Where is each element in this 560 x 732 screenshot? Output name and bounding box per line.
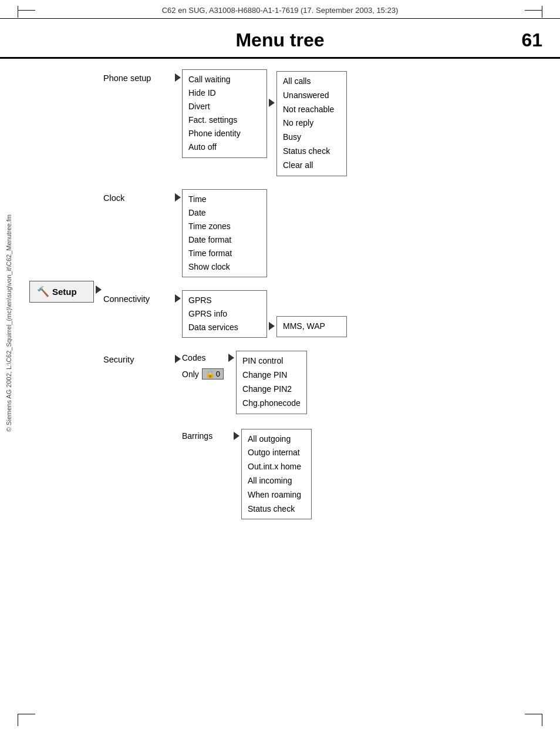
arrow-l1-l2-phonesetup <box>175 73 181 82</box>
l3-item-whenroaming: When roaming <box>248 488 305 502</box>
arrow-l2-l3-barrings <box>234 432 239 440</box>
only-box: 🔒0 <box>202 368 224 380</box>
l3-codes-box: PIN control Change PIN Change PIN2 Chg.p… <box>236 351 307 414</box>
l3-item-notreachable: Not reachable <box>283 103 340 117</box>
l2-item-factsettings: Fact. settings <box>188 113 261 127</box>
arrow-l2-l3-dataservices <box>269 322 275 330</box>
l2-item-dateformat: Date format <box>188 233 261 247</box>
footer-line-right <box>525 714 542 714</box>
l3-item-unanswered: Unanswered <box>283 89 340 103</box>
arrow-l0-l1 <box>96 286 102 294</box>
l3-item-changepin: Change PIN <box>242 368 301 382</box>
l3-item-clearall: Clear all <box>283 159 340 173</box>
header-line-left <box>18 10 35 11</box>
l3-item-noreply: No reply <box>283 116 340 130</box>
l1-clock-label: Clock <box>103 189 174 203</box>
l2-barrings-label: Barrings <box>182 429 229 441</box>
l3-item-changepin2: Change PIN2 <box>242 382 301 397</box>
l3-divert-box: All calls Unanswered Not reachable No re… <box>276 71 347 176</box>
corner-mark-top-right <box>542 6 542 18</box>
l3-item-outgointernat: Outgo internat <box>248 446 305 460</box>
setup-box: 🔨 Setup <box>29 281 94 303</box>
header-bar: C62 en SUG, A31008-H6880-A1-1-7619 (17. … <box>0 0 560 19</box>
l2-item-showclock: Show clock <box>188 260 261 274</box>
l1-clock-row: Clock Time Date Time zones Date format T… <box>103 189 347 278</box>
l1-connectivity-label: Connectivity <box>103 290 174 304</box>
l3-item-allcalls: All calls <box>283 75 340 89</box>
arrow-l2-l3-codes <box>228 354 234 362</box>
header-meta: C62 en SUG, A31008-H6880-A1-1-7619 (17. … <box>162 6 399 15</box>
l2-item-gprs: GPRS <box>188 294 261 307</box>
l2-item-dataservices: Data services <box>188 321 261 334</box>
l2-connectivity-box: GPRS GPRS info Data services <box>182 290 267 338</box>
l3-item-outintxhome: Out.int.x home <box>248 460 305 474</box>
l2-item-timeformat: Time format <box>188 247 261 260</box>
l3-item-statuscheck-divert: Status check <box>283 145 340 159</box>
l3-item-statuscheck-barrings: Status check <box>248 502 305 516</box>
corner-mark-bottom-right <box>542 714 542 726</box>
l2-item-time: Time <box>188 193 261 206</box>
page-number: 61 <box>507 29 542 51</box>
l1-security-label: Security <box>103 351 174 364</box>
arrow-l1-l2-clock <box>175 193 181 202</box>
l3-item-pincontrol: PIN control <box>242 354 301 368</box>
l2-item-hideid: Hide ID <box>188 86 261 100</box>
l2-phonesetup-box: Call waiting Hide ID Divert Fact. settin… <box>182 69 267 158</box>
corner-mark-bottom-left <box>18 714 18 726</box>
lock-icon: 🔒 <box>205 370 215 378</box>
l2-codes-group: Codes Only 🔒0 PIN co <box>182 351 312 414</box>
arrow-l1-l2-security <box>175 355 181 363</box>
l3-item-allincoming: All incoming <box>248 474 305 488</box>
l2-only-label: Only <box>182 370 199 379</box>
zero-label: 0 <box>216 370 220 378</box>
l3-item-chgphonecode: Chg.phonecode <box>242 397 301 411</box>
header-line-right <box>525 10 542 11</box>
corner-mark-top-left <box>18 6 18 18</box>
l2-codes-label: Codes <box>182 351 224 362</box>
l2-barrings-group: Barrings All outgoing Outgo internat Out… <box>182 429 312 520</box>
setup-label: Setup <box>52 287 77 297</box>
arrow-l1-l2-connectivity <box>175 294 181 303</box>
l2-item-divert: Divert <box>188 100 261 113</box>
l3-item-alloutgoing: All outgoing <box>248 432 305 446</box>
l2-item-phoneidentity: Phone identity <box>188 127 261 140</box>
l1-phonesetup-label: Phone setup <box>103 69 174 83</box>
l3-barrings-box: All outgoing Outgo internat Out.int.x ho… <box>241 429 312 520</box>
l2-item-autooff: Auto off <box>188 140 261 154</box>
footer-line-left <box>18 714 35 714</box>
title-section: Menu tree 61 <box>0 19 560 59</box>
l2-item-gprsinfo: GPRS info <box>188 307 261 321</box>
l2-item-date: Date <box>188 206 261 220</box>
l1-connectivity-row: Connectivity GPRS GPRS info Data service… <box>103 290 347 338</box>
l2-item-timezones: Time zones <box>188 220 261 233</box>
page-title: Menu tree <box>53 29 507 51</box>
l3-item-mmswap: MMS, WAP <box>283 320 340 334</box>
l3-mms-box: MMS, WAP <box>276 316 347 337</box>
level1-column: Phone setup Call waiting Hide ID Divert … <box>103 69 347 519</box>
l1-phonesetup-row: Phone setup Call waiting Hide ID Divert … <box>103 69 347 176</box>
l2-item-callwaiting: Call waiting <box>188 73 261 86</box>
l2-clock-box: Time Date Time zones Date format Time fo… <box>182 189 267 278</box>
setup-icon: 🔨 <box>37 286 49 298</box>
l3-item-busy: Busy <box>283 130 340 145</box>
l1-security-row: Security Codes Only 🔒0 <box>103 351 347 519</box>
arrow-l2-l3-divert <box>269 99 275 107</box>
